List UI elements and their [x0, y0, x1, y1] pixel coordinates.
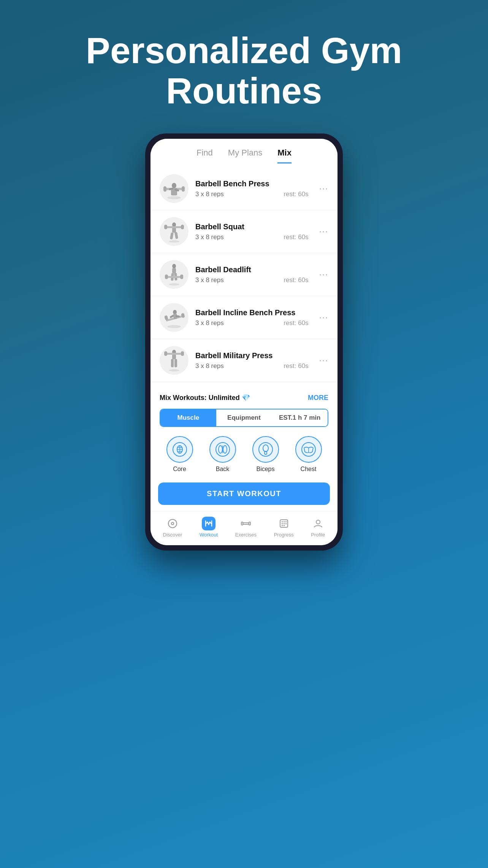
svg-rect-11 — [166, 226, 182, 228]
svg-point-24 — [167, 325, 181, 328]
exercise-reps-incline-press: 3 x 8 reps — [195, 319, 224, 327]
exercise-name-bench-press: Barbell Bench Press — [195, 179, 309, 188]
chest-icon — [295, 436, 322, 463]
phone-wrapper: Find My Plans Mix — [145, 133, 343, 551]
exercise-meta-squat: 3 x 8 reps rest: 60s — [195, 233, 309, 241]
nav-workout[interactable]: Workout — [200, 517, 218, 538]
exercise-item-military-press[interactable]: Barbell Military Press 3 x 8 reps rest: … — [151, 339, 337, 382]
exercise-reps-squat: 3 x 8 reps — [195, 233, 224, 241]
filter-row: Muscle Equipment EST.1 h 7 min — [160, 409, 328, 427]
profile-icon — [311, 517, 325, 530]
exercise-dots-bench-press[interactable]: ··· — [315, 184, 328, 194]
svg-rect-68 — [284, 525, 285, 526]
mix-row: Mix Workouts: Unlimited 💎 MORE — [151, 386, 337, 406]
back-icon — [209, 436, 236, 463]
exercise-item-bench-press[interactable]: Barbell Bench Press 3 x 8 reps rest: 60s… — [151, 167, 337, 210]
mix-more-button[interactable]: MORE — [308, 394, 328, 402]
svg-point-69 — [316, 520, 320, 524]
filter-muscle[interactable]: Muscle — [160, 409, 216, 426]
exercise-item-incline-press[interactable]: Barbell Incline Bench Press 3 x 8 reps r… — [151, 296, 337, 339]
screen-inner: Find My Plans Mix — [151, 139, 337, 545]
nav-profile[interactable]: Profile — [311, 517, 325, 538]
svg-rect-63 — [285, 521, 287, 522]
mix-label: Mix Workouts: Unlimited 💎 — [160, 394, 250, 402]
svg-rect-22 — [165, 275, 168, 279]
svg-rect-14 — [170, 232, 174, 240]
svg-rect-59 — [249, 522, 250, 525]
svg-rect-2 — [163, 186, 166, 192]
workout-icon — [202, 517, 215, 530]
exercise-avatar-military-press — [160, 346, 189, 375]
nav-exercises[interactable]: Exercises — [235, 517, 257, 538]
tabs-row: Find My Plans Mix — [151, 139, 337, 163]
filter-est[interactable]: EST.1 h 7 min — [272, 409, 328, 426]
exercise-avatar-incline-press — [160, 303, 189, 332]
hero-title: Personalized Gym Routines — [0, 30, 488, 111]
filter-equipment[interactable]: Equipment — [216, 409, 272, 426]
start-workout-button[interactable]: START WORKOUT — [158, 482, 330, 505]
exercise-item-squat[interactable]: Barbell Squat 3 x 8 reps rest: 60s ··· — [151, 210, 337, 253]
exercise-info-military-press: Barbell Military Press 3 x 8 reps rest: … — [195, 351, 309, 370]
muscle-grid: Core Back — [151, 433, 337, 479]
svg-rect-12 — [164, 225, 167, 229]
exercise-info-bench-press: Barbell Bench Press 3 x 8 reps rest: 60s — [195, 179, 309, 198]
core-icon — [166, 436, 193, 463]
svg-point-17 — [172, 264, 176, 268]
svg-point-16 — [169, 283, 179, 286]
nav-workout-label: Workout — [200, 532, 218, 538]
exercise-rest-deadlift: rest: 60s — [284, 276, 308, 284]
exercise-item-deadlift[interactable]: Barbell Deadlift 3 x 8 reps rest: 60s ··… — [151, 253, 337, 296]
svg-rect-3 — [182, 186, 185, 192]
chest-label: Chest — [301, 466, 317, 473]
muscle-back[interactable]: Back — [209, 436, 236, 473]
exercise-info-deadlift: Barbell Deadlift 3 x 8 reps rest: 60s — [195, 265, 309, 284]
muscle-core[interactable]: Core — [166, 436, 193, 473]
muscle-chest[interactable]: Chest — [295, 436, 322, 473]
svg-rect-35 — [166, 353, 182, 355]
svg-rect-67 — [282, 525, 283, 526]
nav-progress-label: Progress — [274, 532, 294, 538]
svg-rect-31 — [176, 315, 180, 317]
tab-mix[interactable]: Mix — [277, 148, 292, 163]
nav-discover[interactable]: Discover — [163, 517, 182, 538]
exercise-dots-incline-press[interactable]: ··· — [315, 313, 328, 322]
exercise-dots-military-press[interactable]: ··· — [315, 355, 328, 365]
svg-rect-64 — [282, 523, 283, 524]
phone-frame: Find My Plans Mix — [145, 133, 343, 551]
exercise-meta-military-press: 3 x 8 reps rest: 60s — [195, 362, 309, 370]
svg-rect-18 — [172, 268, 176, 273]
phone-screen: Find My Plans Mix — [151, 139, 337, 545]
svg-rect-66 — [285, 523, 287, 524]
exercise-name-military-press: Barbell Military Press — [195, 351, 309, 360]
nav-exercises-label: Exercises — [235, 532, 257, 538]
tab-my-plans[interactable]: My Plans — [228, 148, 262, 163]
svg-rect-15 — [174, 232, 178, 239]
svg-point-56 — [171, 522, 174, 525]
tab-find[interactable]: Find — [196, 148, 213, 163]
svg-point-32 — [169, 369, 179, 371]
exercise-dots-deadlift[interactable]: ··· — [315, 270, 328, 279]
svg-point-4 — [172, 183, 176, 188]
progress-icon — [277, 517, 291, 530]
exercise-meta-incline-press: 3 x 8 reps rest: 60s — [195, 319, 309, 327]
nav-progress[interactable]: Progress — [274, 517, 294, 538]
svg-rect-39 — [174, 359, 177, 367]
exercise-meta-deadlift: 3 x 8 reps rest: 60s — [195, 276, 309, 284]
svg-rect-58 — [241, 522, 243, 525]
exercise-rest-bench-press: rest: 60s — [284, 190, 308, 198]
svg-rect-21 — [166, 276, 182, 278]
exercise-rest-squat: rest: 60s — [284, 233, 308, 241]
bottom-nav: Discover Workout — [151, 511, 337, 545]
muscle-biceps[interactable]: Biceps — [252, 436, 279, 473]
exercise-reps-military-press: 3 x 8 reps — [195, 362, 224, 370]
exercise-info-squat: Barbell Squat 3 x 8 reps rest: 60s — [195, 222, 309, 241]
biceps-icon — [252, 436, 279, 463]
svg-rect-37 — [181, 351, 184, 356]
exercise-reps-deadlift: 3 x 8 reps — [195, 276, 224, 284]
svg-rect-61 — [282, 521, 283, 522]
exercise-rest-military-press: rest: 60s — [284, 362, 308, 370]
exercise-avatar-bench-press — [160, 174, 189, 203]
exercise-name-squat: Barbell Squat — [195, 222, 309, 231]
svg-rect-13 — [181, 225, 184, 229]
exercise-dots-squat[interactable]: ··· — [315, 227, 328, 236]
